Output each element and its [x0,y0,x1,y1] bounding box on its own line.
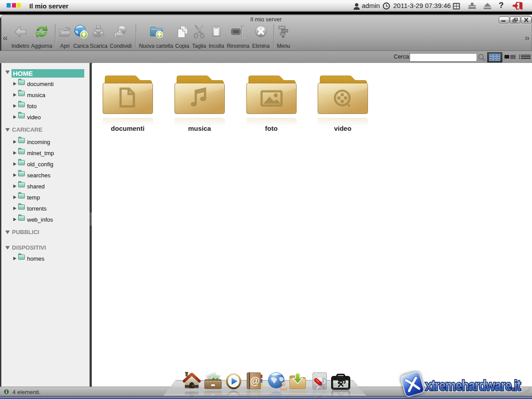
svg-text:@: @ [250,375,260,387]
